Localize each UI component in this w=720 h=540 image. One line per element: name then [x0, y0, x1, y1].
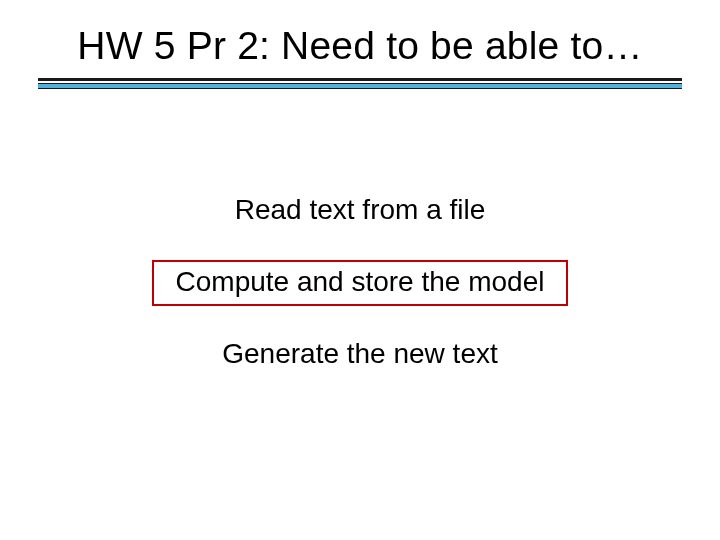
title-block: HW 5 Pr 2: Need to be able to… — [38, 24, 682, 90]
list-item: Read text from a file — [213, 190, 508, 232]
slide-title: HW 5 Pr 2: Need to be able to… — [38, 24, 682, 78]
list-item: Generate the new text — [200, 334, 520, 376]
title-underline — [38, 78, 682, 90]
body-area: Read text from a file Compute and store … — [0, 190, 720, 404]
slide: HW 5 Pr 2: Need to be able to… Read text… — [0, 0, 720, 540]
list-item-highlighted: Compute and store the model — [152, 260, 569, 306]
